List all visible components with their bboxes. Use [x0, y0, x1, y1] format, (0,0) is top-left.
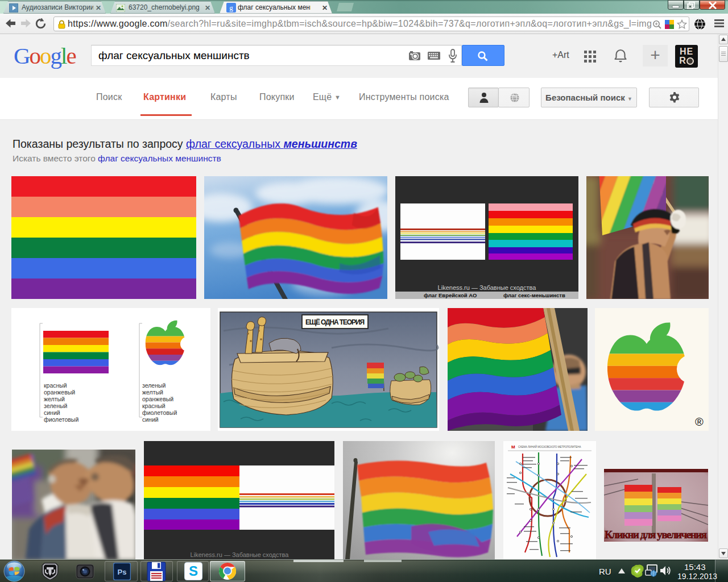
svg-text:®: ®: [695, 415, 704, 428]
svg-text:флаг секс-меньшинств: флаг секс-меньшинств: [503, 292, 565, 298]
svg-text:Likeness.ru — Забавные сходств: Likeness.ru — Забавные сходства: [191, 551, 289, 558]
svg-text:g: g: [229, 3, 233, 12]
svg-text:ЕЩЁ ОДНА ТЕОРИЯ: ЕЩЁ ОДНА ТЕОРИЯ: [305, 318, 365, 326]
svg-text:S: S: [189, 563, 198, 579]
svg-text:СХЕМА ЛИНИЙ МОСКОВСКОГО МЕТРОП: СХЕМА ЛИНИЙ МОСКОВСКОГО МЕТРОПОЛИТЕНА: [518, 444, 581, 448]
svg-text:Кликни для увеличения: Кликни для увеличения: [605, 529, 707, 541]
svg-text:флаг Еврейской АО: флаг Еврейской АО: [424, 292, 477, 298]
svg-text:М: М: [511, 444, 515, 450]
svg-text:Ps: Ps: [118, 568, 127, 576]
svg-text:Likeness.ru — Забавные сходств: Likeness.ru — Забавные сходства: [438, 284, 537, 291]
